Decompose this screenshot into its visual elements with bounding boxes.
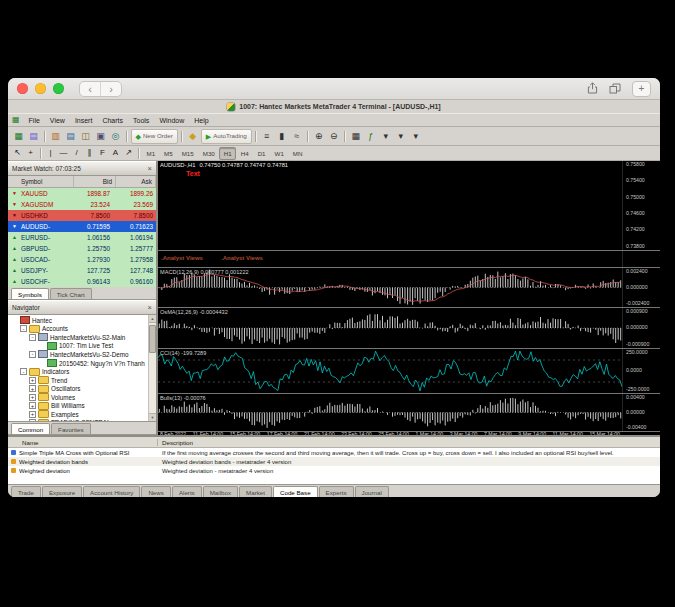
tree-item-1007-tim-live-test[interactable]: 1007: Tim Live Test	[8, 342, 156, 351]
forward-button[interactable]: ›	[100, 82, 121, 96]
expand-icon[interactable]: +	[29, 377, 36, 384]
collapse-icon[interactable]: -	[29, 351, 36, 358]
toolbox-tab-exposure[interactable]: Exposure	[42, 486, 82, 497]
timeframe-m5[interactable]: M5	[160, 147, 178, 160]
tab-favorites[interactable]: Favorites	[51, 423, 90, 434]
new-order-button[interactable]: ◆New Order	[131, 129, 178, 144]
candlestick-icon[interactable]: ▮	[275, 130, 289, 143]
navigator-icon[interactable]: ◫	[79, 130, 93, 143]
market-watch-icon[interactable]: ▥	[49, 130, 63, 143]
collapse-icon[interactable]: -	[20, 368, 27, 375]
timeframe-m30[interactable]: M30	[198, 147, 219, 160]
toolbox-tab-market[interactable]: Market	[239, 486, 272, 497]
expand-icon[interactable]: +	[29, 394, 36, 401]
price-chart-pane[interactable]: 0.758000.754000.750000.746000.742000.738…	[158, 161, 660, 251]
codebase-row-weighted-deviation-bands[interactable]: Weighted deviation bandsWeighted deviati…	[8, 457, 660, 466]
codebase-row-weighted-deviation[interactable]: Weighted deviationWeighted deviation - m…	[8, 466, 660, 475]
timeframe-m15[interactable]: M15	[177, 147, 198, 160]
chart-text-object[interactable]: Text	[186, 170, 200, 177]
market-watch-row-usdjpy[interactable]: ▲USDJPY-127.725127.748	[8, 265, 156, 276]
tree-item-bill-williams[interactable]: +Bill Williams	[8, 401, 156, 410]
toolbox-tab-experts[interactable]: Experts	[319, 486, 354, 497]
cursor-icon[interactable]: ↖	[12, 148, 24, 159]
collapse-icon[interactable]: -	[20, 325, 27, 332]
new-chart-icon[interactable]: ▦	[12, 130, 26, 143]
analyst-axis[interactable]	[622, 251, 660, 267]
market-watch-row-eurusd[interactable]: ▲EURUSD-1.061561.06194	[8, 232, 156, 243]
osma-axis[interactable]: 0.0009000.000000-0.000900	[622, 308, 660, 348]
timeframe-m1[interactable]: M1	[142, 147, 160, 160]
market-watch-row-xagusdm[interactable]: ▼XAGUSDM23.52423.569	[8, 199, 156, 210]
arrow-tools-icon[interactable]: ↗	[123, 148, 135, 159]
macd-axis[interactable]: 0.0024000.000000-0.002400	[622, 268, 660, 307]
crosshair-icon[interactable]: +	[25, 148, 37, 159]
collapse-icon[interactable]: -	[29, 419, 36, 422]
menu-insert[interactable]: Insert	[70, 117, 98, 124]
minimize-window-button[interactable]	[35, 83, 46, 94]
menu-charts[interactable]: Charts	[97, 117, 128, 124]
zoom-out-icon[interactable]: ⊖	[327, 130, 341, 143]
indicators-dropdown-icon[interactable]: ▾	[379, 130, 393, 143]
collapse-icon[interactable]: -	[29, 334, 36, 341]
tab-tick-chart[interactable]: Tick Chart	[50, 288, 92, 299]
tree-item-examples[interactable]: +Examples	[8, 410, 156, 419]
tree-item-20150452-nguy-n-v-n-thanh[interactable]: 20150452: Nguy?n V?n Thanh	[8, 359, 156, 368]
autotrading-button[interactable]: ▶AutoTrading	[201, 129, 252, 144]
tree-item-hantecmarketsvu-s2-demo[interactable]: -HantecMarketsVu-S2-Demo	[8, 350, 156, 359]
maximize-window-button[interactable]	[53, 83, 64, 94]
toolbox-tab-trade[interactable]: Trade	[11, 486, 41, 497]
timeframe-w1[interactable]: W1	[270, 147, 288, 160]
cci-axis[interactable]: 250.00000.0000-250.0000	[622, 349, 660, 393]
zoom-in-icon[interactable]: ⊕	[312, 130, 326, 143]
menu-help[interactable]: Help	[189, 117, 213, 124]
toolbox-tab-news[interactable]: News	[141, 486, 170, 497]
navigator-header[interactable]: Navigator ×	[8, 300, 156, 315]
osma-pane[interactable]: 0.0009000.000000-0.000900 OsMA(12,26,9) …	[158, 308, 660, 349]
toolbox-tab-mailbox[interactable]: Mailbox	[203, 486, 238, 497]
metaeditor-icon[interactable]: ◆	[186, 130, 200, 143]
navigator-scrollbar[interactable]: ▲ ▼	[148, 315, 156, 421]
market-watch-row-xauusd[interactable]: ▼XAUUSD1898.871899.26	[8, 188, 156, 199]
tree-item-volumes[interactable]: +Volumes	[8, 393, 156, 402]
channel-icon[interactable]: ∥	[84, 148, 96, 159]
share-icon[interactable]	[587, 80, 598, 98]
terminal-icon[interactable]: ▣	[94, 130, 108, 143]
text-icon[interactable]: A	[110, 148, 122, 159]
column-name[interactable]: Name	[8, 439, 158, 446]
timeframe-d1[interactable]: D1	[253, 147, 270, 160]
column-bid[interactable]: Bid	[74, 176, 116, 187]
market-watch-row-usdhkd[interactable]: ▼USDHKD7.85007.8500	[8, 210, 156, 221]
menu-view[interactable]: View	[45, 117, 70, 124]
market-watch-header[interactable]: Market Watch: 07:03:25 ×	[8, 161, 156, 176]
menu-window[interactable]: Window	[154, 117, 189, 124]
line-chart-icon[interactable]: ≈	[290, 130, 304, 143]
tree-item-hantec[interactable]: Hantec	[8, 316, 156, 325]
scroll-down-icon[interactable]: ▼	[149, 413, 156, 421]
data-window-icon[interactable]: ▤	[64, 130, 78, 143]
market-watch-row-usdcad[interactable]: ▲USDCAD-1.279301.27958	[8, 254, 156, 265]
market-watch-close-icon[interactable]: ×	[148, 165, 152, 173]
indicators-icon[interactable]: ƒ	[364, 130, 378, 143]
periods-dropdown-icon[interactable]: ▾	[394, 130, 408, 143]
templates-dropdown-icon[interactable]: ▾	[409, 130, 423, 143]
fibonacci-icon[interactable]: F	[97, 148, 109, 159]
analyst-views-pane[interactable]: .Analyst Views .Analyst Views	[158, 251, 660, 268]
bulls-power-pane[interactable]: 0.004000.00000-0.00400 Bulls(13) -0.0007…	[158, 394, 660, 432]
column-symbol[interactable]: Symbol	[8, 176, 74, 187]
expand-icon[interactable]: +	[29, 411, 36, 418]
tree-item-hantecmarketsvu-s2-main[interactable]: -HantecMarketsVu-S2-Main	[8, 333, 156, 342]
column-ask[interactable]: Ask	[116, 176, 156, 187]
tree-item-oscillators[interactable]: +Oscillators	[8, 384, 156, 393]
window-titlebar[interactable]: 1007: Hantec Markets MetaTrader 4 Termin…	[8, 100, 660, 113]
macd-pane[interactable]: 0.0024000.000000-0.002400 MACD(12,26,9) …	[158, 268, 660, 308]
profiles-icon[interactable]: ▤	[27, 130, 41, 143]
bar-chart-icon[interactable]: ≡	[260, 130, 274, 143]
timeframe-mn[interactable]: MN	[288, 147, 307, 160]
market-watch-row-gbpusd[interactable]: ▲GBPUSD-1.257501.25777	[8, 243, 156, 254]
toolbox-tab-account-history[interactable]: Account History	[83, 486, 140, 497]
tree-item-accounts[interactable]: -Accounts	[8, 325, 156, 334]
timeframe-h4[interactable]: H4	[236, 147, 253, 160]
vertical-line-icon[interactable]: |	[45, 148, 57, 159]
scrollbar-thumb[interactable]	[149, 325, 156, 353]
toolbox-tab-alerts[interactable]: Alerts	[172, 486, 202, 497]
